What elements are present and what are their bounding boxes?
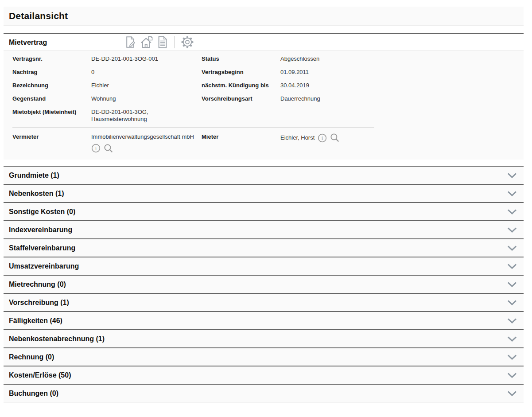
panel-toolbar [124, 35, 194, 49]
mieter-cell: Eichler, Horst i [280, 133, 340, 143]
field-value: Dauerrechnung [280, 95, 320, 102]
section-label: Sonstige Kosten (0) [9, 208, 75, 216]
section-label: Indexvereinbarung [9, 226, 72, 234]
settings-icon[interactable] [181, 35, 194, 49]
section-vorschreibung[interactable]: Vorschreibung (1) [4, 293, 524, 311]
accordion-list: Grundmiete (1) Nebenkosten (1) Sonstige … [4, 166, 524, 402]
field-value: Eichler, Horst [280, 134, 315, 141]
section-label: Vorschreibung (1) [9, 299, 69, 307]
parties-row: Vermieter Immobilienverwaltungsgesellsch… [4, 133, 524, 153]
vermieter-cell: Immobilienverwaltungsgesellschaft mbH i [91, 133, 202, 153]
mieter-actions: i [318, 133, 340, 143]
chevron-down-icon[interactable] [507, 209, 517, 214]
page-header: Detailansicht [4, 7, 524, 26]
chevron-down-icon[interactable] [507, 318, 517, 323]
field-label: Mietobjekt (Mieteinheit) [12, 108, 91, 116]
section-sonstige-kosten[interactable]: Sonstige Kosten (0) [4, 202, 524, 220]
field-label: Vertragsnr. [12, 55, 91, 62]
section-label: Staffelvereinbarung [9, 244, 75, 252]
chevron-down-icon[interactable] [507, 300, 517, 305]
field-value: 0 [91, 68, 202, 76]
search-icon[interactable] [104, 144, 113, 153]
field-label: Vermieter [12, 133, 91, 140]
section-buchungen[interactable]: Buchungen (0) [4, 384, 524, 402]
svg-text:i: i [95, 145, 97, 152]
panel-title: Mietvertrag [4, 39, 47, 47]
search-icon[interactable] [330, 133, 340, 143]
form-divider [12, 127, 374, 128]
info-icon[interactable]: i [318, 133, 327, 143]
section-label: Rechnung (0) [9, 353, 54, 361]
chevron-down-icon[interactable] [507, 336, 517, 342]
chevron-down-icon[interactable] [507, 373, 517, 378]
section-label: Fälligkeiten (46) [9, 317, 62, 325]
field-label: Bezeichnung [12, 82, 91, 89]
section-grundmiete[interactable]: Grundmiete (1) [4, 166, 524, 184]
section-faelligkeiten[interactable]: Fälligkeiten (46) [4, 311, 524, 329]
chevron-down-icon[interactable] [507, 355, 517, 360]
edit-document-icon[interactable] [124, 35, 136, 49]
form-row: Bezeichnung Eichler nächstm. Kündigung b… [4, 82, 524, 95]
field-value: 30.04.2019 [280, 82, 309, 89]
field-value: Abgeschlossen [280, 55, 319, 62]
field-value: DE-DD-201-001-3OG-001 [91, 55, 202, 62]
chevron-down-icon[interactable] [507, 227, 517, 233]
section-kosten-erloese[interactable]: Kosten/Erlöse (50) [4, 366, 524, 384]
form-row: Nachtrag 0 Vertragsbeginn 01.09.2011 [4, 68, 524, 82]
section-staffelvereinbarung[interactable]: Staffelvereinbarung [4, 238, 524, 257]
page-container: Detailansicht Mietvertrag [4, 7, 524, 402]
section-rechnung[interactable]: Rechnung (0) [4, 347, 524, 366]
field-label: Vorschreibungsart [202, 95, 280, 102]
section-label: Buchungen (0) [9, 390, 58, 398]
document-icon[interactable] [157, 35, 168, 49]
field-label: Mieter [202, 133, 280, 140]
chevron-down-icon[interactable] [507, 282, 517, 287]
form-row: Gegenstand Wohnung Vorschreibungsart Dau… [4, 95, 524, 108]
field-label: Vertragsbeginn [202, 68, 280, 76]
chevron-down-icon[interactable] [507, 191, 517, 196]
chevron-down-icon[interactable] [507, 173, 517, 178]
home-document-icon[interactable] [140, 35, 153, 49]
section-label: Kosten/Erlöse (50) [9, 371, 71, 379]
section-nebenkosten[interactable]: Nebenkosten (1) [4, 184, 524, 202]
page-title: Detailansicht [9, 11, 68, 21]
chevron-down-icon[interactable] [507, 391, 517, 396]
section-nebenkostenabrechnung[interactable]: Nebenkostenabrechnung (1) [4, 329, 524, 347]
section-umsatzvereinbarung[interactable]: Umsatzvereinbarung [4, 257, 524, 275]
section-mietrechnung[interactable]: Mietrechnung (0) [4, 275, 524, 293]
section-indexvereinbarung[interactable]: Indexvereinbarung [4, 220, 524, 238]
field-label: Status [202, 55, 280, 62]
vermieter-actions: i [91, 144, 195, 153]
form-row: Mietobjekt (Mieteinheit) DE-DD-201-001-3… [4, 108, 524, 123]
field-value: Immobilienverwaltungsgesellschaft mbH [91, 133, 194, 140]
section-label: Umsatzvereinbarung [9, 262, 79, 270]
field-value: 01.09.2011 [280, 68, 309, 76]
svg-text:i: i [322, 135, 323, 141]
field-value: Eichler [91, 82, 202, 89]
field-value: DE-DD-201-001-3OG, Hausmeisterwohnung [91, 108, 202, 123]
section-label: Grundmiete (1) [9, 171, 59, 179]
panel-header: Mietvertrag [4, 33, 524, 51]
chevron-down-icon[interactable] [507, 264, 517, 269]
section-label: Nebenkosten (1) [9, 190, 64, 198]
toolbar-separator [174, 36, 175, 48]
section-label: Mietrechnung (0) [9, 281, 66, 288]
field-label: Nachtrag [12, 68, 91, 76]
section-label: Nebenkostenabrechnung (1) [9, 335, 105, 343]
form-row: Vertragsnr. DE-DD-201-001-3OG-001 Status… [4, 55, 524, 68]
field-label: Gegenstand [12, 95, 91, 102]
chevron-down-icon[interactable] [507, 246, 517, 251]
field-label: nächstm. Kündigung bis [202, 82, 280, 89]
field-value: Wohnung [91, 95, 202, 102]
mietvertrag-form: Vertragsnr. DE-DD-201-001-3OG-001 Status… [4, 51, 524, 160]
info-icon[interactable]: i [91, 144, 101, 153]
